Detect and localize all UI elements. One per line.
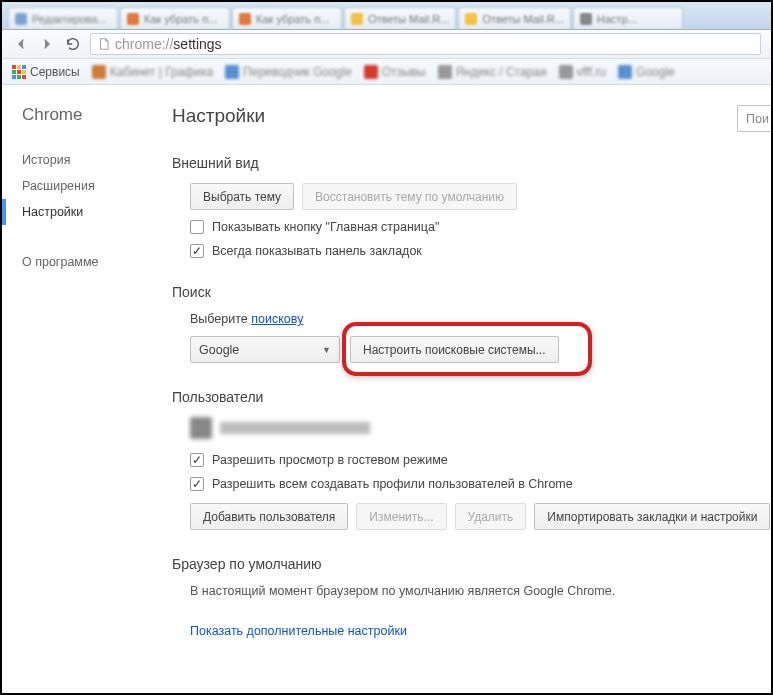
restore-theme-button: Восстановить тему по умолчанию [302,183,517,210]
sidebar-item-settings[interactable]: Настройки [20,199,162,225]
back-button[interactable] [12,35,30,53]
configure-search-engines-button[interactable]: Настроить поисковые системы... [350,336,559,363]
chevron-down-icon: ▼ [322,345,331,355]
svg-rect-7 [17,75,21,79]
url-input[interactable]: chrome://settings [90,33,761,55]
edit-user-button: Изменить... [356,503,446,530]
search-heading: Поиск [172,284,771,300]
allow-create-checkbox[interactable] [190,477,204,491]
section-search: Поиск Выберите поискову Google ▼ Настрои… [172,284,771,363]
browser-tab[interactable]: Редактирова... [8,7,118,29]
brand-label: Chrome [20,105,162,125]
apps-icon [12,65,26,79]
show-bookmarks-label: Всегда показывать панель закладок [212,244,422,258]
add-user-button[interactable]: Добавить пользователя [190,503,348,530]
page-icon [97,37,111,51]
content-area: Chrome История Расширения Настройки О пр… [2,85,771,693]
sidebar-item-history[interactable]: История [20,147,162,173]
choose-theme-button[interactable]: Выбрать тему [190,183,294,210]
address-bar: chrome://settings [2,30,771,59]
show-advanced-link[interactable]: Показать дополнительные настройки [172,624,771,638]
search-engine-selected: Google [199,343,239,357]
browser-tab[interactable]: Как убрать п... [232,7,342,29]
svg-rect-2 [22,65,26,69]
sidebar-item-about[interactable]: О программе [20,249,162,275]
svg-rect-1 [17,65,21,69]
sidebar-item-extensions[interactable]: Расширения [20,173,162,199]
browser-tab[interactable]: Настр... [573,7,683,29]
delete-user-button: Удалить [455,503,527,530]
browser-tab[interactable]: Ответы Mail.R... [344,7,456,29]
user-name-label [220,422,370,434]
bookmark-item[interactable]: Google [618,65,675,79]
import-settings-button[interactable]: Импортировать закладки и настройки [534,503,770,530]
browser-tab[interactable]: Как убрать п... [120,7,230,29]
search-engine-select[interactable]: Google ▼ [190,336,340,363]
section-appearance: Внешний вид Выбрать тему Восстановить те… [172,155,771,258]
reload-button[interactable] [64,35,82,53]
guest-mode-checkbox[interactable] [190,453,204,467]
bookmark-item[interactable]: Кабинет | Графика [92,65,213,79]
user-profile-row [190,417,771,439]
bookmarks-bar: Сервисы Кабинет | Графика Переводчик Goo… [2,59,771,85]
settings-search-input[interactable]: Пои [737,105,771,132]
avatar [190,417,212,439]
svg-rect-0 [12,65,16,69]
svg-rect-6 [12,75,16,79]
svg-rect-4 [17,70,21,74]
appearance-heading: Внешний вид [172,155,771,171]
show-bookmarks-checkbox[interactable] [190,244,204,258]
search-description: Выберите поискову [190,312,771,326]
users-heading: Пользователи [172,389,771,405]
show-home-checkbox[interactable] [190,220,204,234]
bookmark-item[interactable]: vfff.ru [559,65,607,79]
tab-strip: Редактирова... Как убрать п... Как убрат… [2,2,771,30]
sidebar: Chrome История Расширения Настройки О пр… [2,85,162,693]
bookmark-item[interactable]: Яндекс / Старая [438,65,547,79]
svg-rect-3 [12,70,16,74]
section-default-browser: Браузер по умолчанию В настоящий момент … [172,556,771,598]
show-home-label: Показывать кнопку "Главная страница" [212,220,439,234]
apps-label: Сервисы [30,65,80,79]
search-engine-link[interactable]: поискову [251,312,303,326]
default-browser-heading: Браузер по умолчанию [172,556,771,572]
allow-create-label: Разрешить всем создавать профили пользов… [212,477,573,491]
bookmark-item[interactable]: Переводчик Google [225,65,352,79]
svg-rect-8 [22,75,26,79]
bookmark-item[interactable]: Отзывы [364,65,426,79]
sidebar-nav: История Расширения Настройки О программе [20,147,162,275]
section-users: Пользователи Разрешить просмотр в гостев… [172,389,771,530]
forward-button[interactable] [38,35,56,53]
default-browser-status: В настоящий момент браузером по умолчани… [190,584,771,598]
url-protocol: chrome:// [115,36,173,52]
url-path: settings [173,36,221,52]
svg-rect-5 [22,70,26,74]
apps-button[interactable]: Сервисы [12,65,80,79]
main-panel: Настройки Пои Внешний вид Выбрать тему В… [162,85,771,693]
guest-mode-label: Разрешить просмотр в гостевом режиме [212,453,448,467]
browser-tab[interactable]: Ответы Mail.R... [458,7,570,29]
page-title: Настройки [172,105,771,127]
